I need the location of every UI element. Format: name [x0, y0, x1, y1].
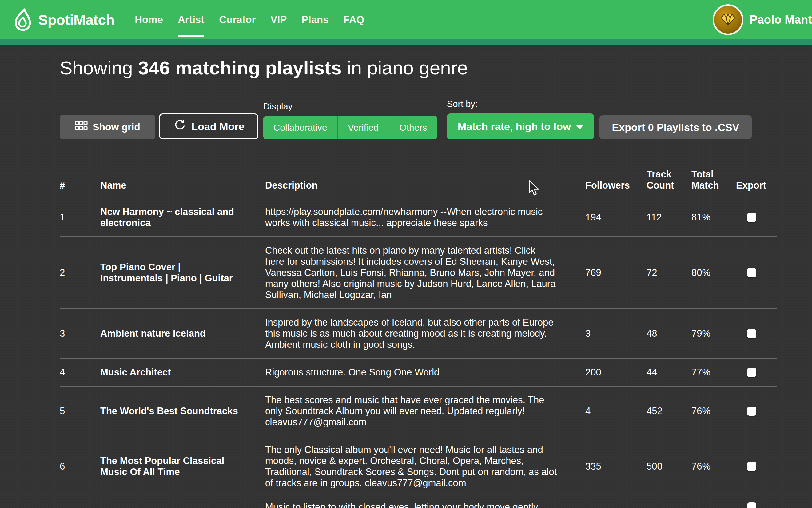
- track-count-value: 44: [646, 358, 691, 386]
- table-row: 2 Top Piano Cover | Instrumentals | Pian…: [60, 237, 777, 309]
- nav-item-plans[interactable]: Plans: [302, 14, 329, 26]
- track-count-value: 72: [646, 237, 691, 309]
- main-nav: HomeArtistCuratorVIPPlansFAQ: [135, 14, 364, 26]
- export-checkbox[interactable]: [747, 268, 756, 278]
- display-filter-group: Display: CollaborativeVerifiedOthers: [263, 101, 437, 139]
- table-row: 1 New Harmony ~ classical and electronic…: [60, 198, 777, 237]
- track-count-value: 500: [646, 436, 691, 497]
- table-row: 5 The World's Best Soundtracks The best …: [60, 386, 777, 436]
- grid-icon: [75, 121, 88, 133]
- playlist-name: New Harmony ~ classical and electronica: [100, 198, 265, 237]
- track-count-value: 452: [646, 386, 691, 436]
- playlists-table: #NameDescriptionFollowersTrack CountTota…: [60, 158, 777, 508]
- playlist-description: Rigorous structure. One Song One World: [265, 358, 585, 386]
- table-body: 1 New Harmony ~ classical and electronic…: [60, 198, 777, 508]
- load-more-button[interactable]: Load More: [159, 114, 258, 139]
- followers-value: 769: [585, 237, 646, 309]
- brand-logo[interactable]: SpotiMatch: [10, 7, 115, 32]
- playlist-name: The World's Best Soundtracks: [100, 386, 265, 436]
- sort-dropdown[interactable]: Match rate, high to low: [447, 114, 594, 139]
- table-row: 4 Music Architect Rigorous structure. On…: [60, 358, 777, 386]
- row-rank: 2: [60, 237, 100, 309]
- nav-item-vip[interactable]: VIP: [270, 14, 287, 26]
- followers-value: 194: [585, 198, 646, 237]
- user-name[interactable]: Paolo Mant: [750, 13, 812, 27]
- nav-item-home[interactable]: Home: [135, 14, 163, 26]
- export-csv-button[interactable]: Export 0 Playlists to .CSV: [599, 115, 752, 139]
- playlist-name: Music Architect: [100, 358, 265, 386]
- export-checkbox[interactable]: [747, 407, 756, 416]
- table-row: 3 Ambient nature Iceland Inspired by the…: [60, 309, 777, 358]
- total-match-value: 77%: [691, 358, 736, 386]
- total-match-value: 79%: [691, 309, 736, 358]
- nav-item-artist[interactable]: Artist: [178, 14, 204, 26]
- row-rank: 3: [60, 309, 100, 358]
- page-title: Showing 346 matching playlists in piano …: [60, 56, 777, 79]
- playlist-description: Check out the latest hits on piano by ma…: [265, 237, 585, 309]
- row-rank: 4: [60, 358, 100, 386]
- playlist-name: Ambient nature Iceland: [100, 309, 265, 358]
- display-label: Display:: [263, 101, 437, 112]
- export-checkbox[interactable]: [747, 329, 756, 338]
- flame-logo-icon: [10, 7, 35, 32]
- followers-value: 200: [585, 358, 646, 386]
- table-header-row: #NameDescriptionFollowersTrack CountTota…: [60, 158, 777, 198]
- column-header-description: Description: [265, 158, 585, 198]
- total-match-value: [691, 497, 736, 508]
- column-header-: #: [60, 158, 100, 198]
- brand-name: SpotiMatch: [38, 11, 115, 28]
- column-header-name: Name: [100, 158, 265, 198]
- display-option-others[interactable]: Others: [389, 116, 437, 139]
- table-row: Music to listen to with closed eyes, let…: [60, 497, 777, 508]
- total-match-value: 76%: [691, 436, 736, 497]
- track-count-value: 112: [646, 198, 691, 237]
- row-rank: [60, 497, 100, 508]
- export-checkbox[interactable]: [747, 368, 756, 377]
- track-count-value: [646, 497, 691, 508]
- playlist-description: Music to listen to with closed eyes, let…: [265, 497, 585, 508]
- playlist-description: https://play.soundplate.com/newharmony -…: [265, 198, 585, 237]
- row-rank: 6: [60, 436, 100, 497]
- row-rank: 5: [60, 386, 100, 436]
- spotimatch-app: { "header": { "brand": "SpotiMatch", "na…: [0, 0, 812, 508]
- nav-item-faq[interactable]: FAQ: [344, 14, 365, 26]
- refresh-icon: [173, 118, 187, 134]
- total-match-value: 81%: [691, 198, 736, 237]
- header-accent-strip: [0, 39, 812, 45]
- track-count-value: 48: [646, 309, 691, 358]
- followers-value: 335: [585, 436, 646, 497]
- display-option-verified[interactable]: Verified: [337, 116, 388, 139]
- export-checkbox[interactable]: [747, 462, 756, 471]
- column-header-total-match: Total Match: [691, 158, 736, 198]
- playlist-description: The only Classical album you'll ever nee…: [265, 436, 585, 497]
- playlist-name: The Most Popular Classical Music Of All …: [100, 436, 265, 497]
- row-rank: 1: [60, 198, 100, 237]
- playlist-name: [100, 497, 265, 508]
- user-avatar[interactable]: [713, 4, 743, 35]
- playlist-description: Inspired by the landscapes of Iceland, b…: [265, 309, 585, 358]
- display-segmented: CollaborativeVerifiedOthers: [263, 116, 437, 139]
- show-grid-button[interactable]: Show grid: [60, 115, 155, 139]
- export-checkbox[interactable]: [747, 213, 756, 222]
- user-menu[interactable]: Paolo Mant: [713, 4, 812, 35]
- playlist-name: Top Piano Cover | Instrumentals | Piano …: [100, 237, 265, 309]
- column-header-followers: Followers: [585, 158, 646, 198]
- playlist-description: The best scores and music that have ever…: [265, 386, 585, 436]
- chevron-down-icon: [576, 125, 583, 129]
- followers-value: [585, 497, 646, 508]
- table-row: 6 The Most Popular Classical Music Of Al…: [60, 436, 777, 497]
- display-option-collaborative[interactable]: Collaborative: [263, 116, 337, 139]
- export-checkbox[interactable]: [747, 503, 756, 508]
- sort-by-label: Sort by:: [447, 99, 594, 109]
- total-match-value: 76%: [691, 386, 736, 436]
- column-header-export: Export: [736, 158, 777, 198]
- diamond-gem-icon: [719, 10, 737, 29]
- followers-value: 3: [585, 309, 646, 358]
- toolbar: Show grid Load More Display: Collaborati…: [60, 99, 777, 139]
- nav-item-curator[interactable]: Curator: [219, 14, 256, 26]
- results-page: Showing 346 matching playlists in piano …: [0, 56, 812, 508]
- sort-group: Sort by: Match rate, high to low: [447, 99, 594, 139]
- total-match-value: 80%: [691, 237, 736, 309]
- page-title-count: 346 matching playlists: [138, 57, 342, 78]
- column-header-track-count: Track Count: [646, 158, 691, 198]
